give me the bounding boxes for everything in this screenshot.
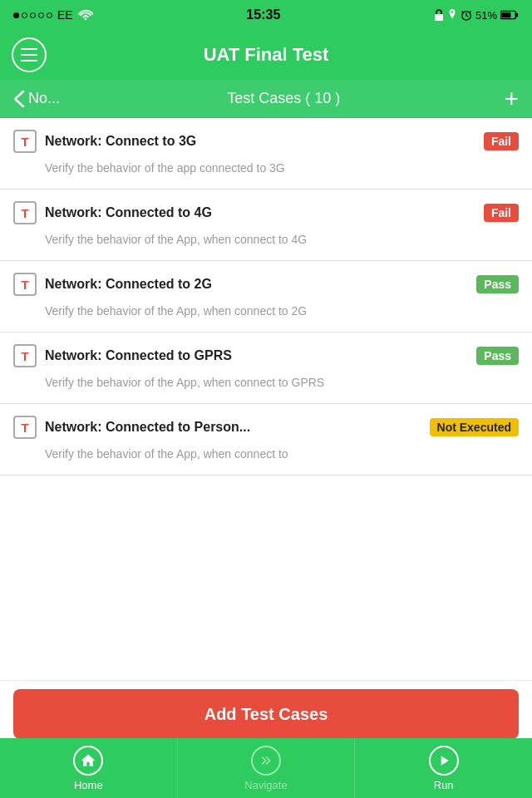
back-button[interactable]: No...	[13, 90, 60, 108]
test-item-5-name: Network: Connected to Person...	[45, 420, 421, 435]
test-item-4-header: T Network: Connected to GPRS Pass	[13, 344, 519, 367]
dot3	[30, 12, 36, 18]
svg-rect-0	[435, 14, 443, 21]
test-item-5[interactable]: T Network: Connected to Person... Not Ex…	[0, 404, 532, 475]
carrier-label: EE	[57, 8, 73, 22]
test-item-5-header: T Network: Connected to Person... Not Ex…	[13, 416, 519, 439]
test-item-3-badge: Pass	[476, 275, 519, 293]
tab-run[interactable]: Run	[355, 738, 532, 798]
tab-home-label: Home	[74, 779, 103, 791]
status-right: 51%	[434, 9, 519, 22]
test-item-4-icon: T	[13, 344, 37, 367]
signal-dots	[13, 12, 52, 18]
alarm-icon	[461, 9, 472, 21]
navigate-tab-icon	[251, 746, 281, 776]
run-tab-icon	[429, 746, 459, 776]
test-item-2-icon: T	[13, 201, 37, 224]
home-tab-icon	[73, 746, 103, 776]
wifi-icon	[78, 9, 93, 21]
test-item-1[interactable]: T Network: Connect to 3G Fail Verify the…	[0, 118, 532, 190]
test-item-3[interactable]: T Network: Connected to 2G Pass Verify t…	[0, 261, 532, 332]
dot2	[22, 12, 27, 18]
battery-percent: 51%	[475, 9, 497, 22]
tab-navigate-label: Navigate	[244, 779, 287, 791]
header-title: UAT Final Test	[204, 44, 329, 66]
test-item-5-icon: T	[13, 416, 37, 439]
add-test-cases-button[interactable]: Add Test Cases	[13, 689, 519, 739]
test-item-5-desc: Verify the behavior of the App, when con…	[13, 446, 519, 463]
dot5	[47, 12, 52, 18]
location-icon	[447, 9, 457, 21]
test-item-3-desc: Verify the behavior of the App, when con…	[13, 303, 519, 320]
test-item-3-name: Network: Connected to 2G	[45, 277, 468, 292]
menu-line-3	[21, 60, 37, 62]
tab-home[interactable]: Home	[0, 738, 178, 798]
test-item-1-icon: T	[13, 130, 37, 153]
status-bar: EE 15:35 51%	[0, 0, 532, 30]
test-item-3-icon: T	[13, 273, 37, 296]
dot1	[13, 12, 19, 18]
test-item-4-name: Network: Connected to GPRS	[45, 348, 468, 363]
test-item-4-badge: Pass	[476, 347, 519, 365]
tab-bar: Home Navigate Run	[0, 738, 532, 798]
test-item-3-header: T Network: Connected to 2G Pass	[13, 273, 519, 296]
test-item-2-desc: Verify the behavior of the App, when con…	[13, 231, 519, 249]
menu-button[interactable]	[12, 37, 47, 72]
header: UAT Final Test	[0, 30, 532, 80]
test-item-2-header: T Network: Connected to 4G Fail	[13, 201, 519, 224]
test-item-2-name: Network: Connected to 4G	[45, 205, 475, 220]
nav-title: Test Cases ( 10 )	[63, 90, 504, 107]
test-item-1-header: T Network: Connect to 3G Fail	[13, 130, 519, 153]
hamburger-icon	[21, 48, 37, 62]
back-label: No...	[28, 90, 60, 107]
tab-navigate[interactable]: Navigate	[178, 738, 356, 798]
status-time: 15:35	[246, 7, 280, 22]
test-item-2[interactable]: T Network: Connected to 4G Fail Verify t…	[0, 190, 532, 261]
test-item-4-desc: Verify the behavior of the App, when con…	[13, 374, 519, 392]
nav-bar: No... Test Cases ( 10 ) +	[0, 80, 532, 118]
test-item-5-badge: Not Executed	[430, 418, 519, 436]
battery-icon	[500, 10, 519, 20]
test-cases-list: T Network: Connect to 3G Fail Verify the…	[0, 118, 532, 680]
menu-line-1	[21, 48, 37, 50]
dot4	[38, 12, 44, 18]
lock-icon	[434, 9, 444, 21]
tab-run-label: Run	[434, 779, 454, 791]
test-item-1-badge: Fail	[484, 132, 519, 150]
svg-rect-3	[515, 13, 518, 17]
status-left: EE	[13, 8, 93, 22]
svg-rect-4	[501, 12, 510, 17]
test-item-1-desc: Verify the behavior of the app connected…	[13, 160, 519, 177]
add-button-container: Add Test Cases	[0, 680, 532, 747]
test-item-2-badge: Fail	[484, 204, 519, 222]
test-item-4[interactable]: T Network: Connected to GPRS Pass Verify…	[0, 332, 532, 404]
menu-line-2	[21, 54, 37, 56]
test-item-1-name: Network: Connect to 3G	[45, 134, 475, 149]
add-test-case-nav-button[interactable]: +	[504, 86, 519, 111]
